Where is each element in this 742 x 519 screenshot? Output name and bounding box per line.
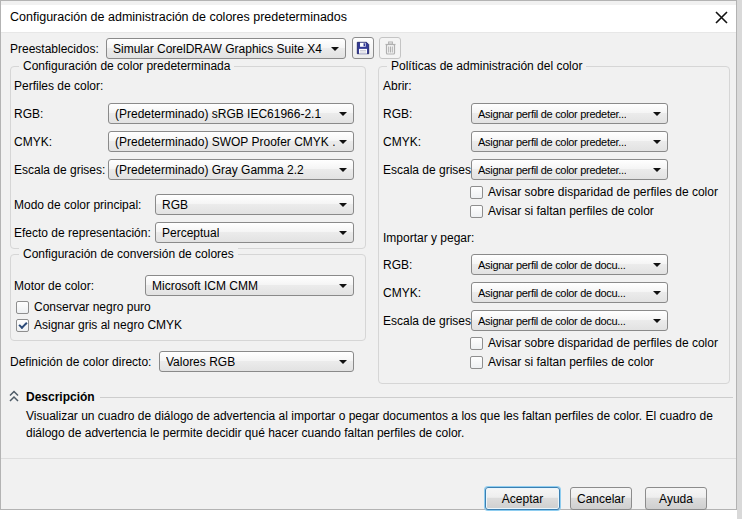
checkbox[interactable] (470, 337, 483, 350)
checkbox-label: Avisar sobre disparidad de perfiles de c… (488, 185, 718, 199)
open-section-label: Abrir: (383, 79, 412, 93)
open-rgb-policy-select[interactable]: Asignar perfil de color predeter... (471, 103, 668, 124)
import-cmyk-policy-select[interactable]: Asignar perfil de color de docu... (471, 282, 668, 303)
open-grayscale-label: Escala de grises: (383, 163, 474, 177)
spot-color-definition-select[interactable]: Valores RGB (159, 351, 354, 372)
triangle-down-icon (339, 231, 347, 235)
triangle-down-icon (653, 263, 661, 267)
delete-preset-button[interactable] (379, 37, 401, 59)
spot-color-definition-label: Definición de color directo: (10, 355, 151, 369)
checkbox[interactable] (470, 356, 483, 369)
description-text: Visualizar un cuadro de diálogo de adver… (26, 408, 714, 442)
group-legend: Configuración de color predeterminada (19, 59, 234, 73)
preserve-pure-black-checkbox[interactable]: Conservar negro puro (16, 300, 151, 314)
import-grayscale-policy-select[interactable]: Asignar perfil de color de docu... (471, 310, 668, 331)
color-profiles-label: Perfiles de color: (14, 79, 103, 93)
preset-label: Preestablecidos: (10, 42, 99, 56)
rendering-intent-label: Efecto de representación: (14, 226, 151, 240)
checkbox-label: Avisar sobre disparidad de perfiles de c… (488, 336, 718, 350)
cancel-button[interactable]: Cancelar (570, 487, 632, 510)
close-icon (715, 11, 728, 24)
open-grayscale-policy-select[interactable]: Asignar perfil de color predeter... (471, 159, 668, 180)
grayscale-profile-select[interactable]: (Predeterminado) Gray Gamma 2.2 (108, 159, 354, 180)
screen: Configuración de administración de color… (0, 0, 742, 519)
checkbox-label: Asignar gris al negro CMYK (34, 318, 182, 332)
rendering-intent-select[interactable]: Perceptual (155, 222, 354, 243)
checkbox-label: Avisar si faltan perfiles de color (488, 204, 654, 218)
preset-select[interactable]: Simular CorelDRAW Graphics Suite X4 (106, 38, 346, 59)
help-button[interactable]: Ayuda (645, 487, 707, 510)
group-legend: Configuración de conversión de colores (19, 247, 238, 261)
open-rgb-label: RGB: (383, 107, 412, 121)
checkbox-label: Avisar si faltan perfiles de color (488, 355, 654, 369)
triangle-down-icon (331, 47, 339, 51)
triangle-down-icon (339, 203, 347, 207)
triangle-down-icon (339, 360, 347, 364)
open-cmyk-label: CMYK: (383, 135, 421, 149)
dialog-title: Configuración de administración de color… (10, 10, 347, 24)
trash-icon (384, 41, 397, 55)
checkbox[interactable] (470, 186, 483, 199)
primary-color-mode-label: Modo de color principal: (14, 198, 141, 212)
rgb-label: RGB: (14, 107, 43, 121)
background-app-strip (737, 0, 742, 519)
triangle-down-icon (653, 140, 661, 144)
save-preset-button[interactable] (352, 37, 374, 59)
checkbox[interactable] (16, 301, 29, 314)
open-warn-mismatch-checkbox[interactable]: Avisar sobre disparidad de perfiles de c… (470, 185, 718, 199)
checkbox[interactable] (470, 205, 483, 218)
grayscale-label: Escala de grises: (14, 163, 105, 177)
import-warn-missing-checkbox[interactable]: Avisar si faltan perfiles de color (470, 355, 654, 369)
triangle-down-icon (339, 284, 347, 288)
floppy-disk-icon (356, 41, 370, 55)
rgb-profile-select[interactable]: (Predeterminado) sRGB IEC61966-2.1 (108, 103, 354, 124)
description-title: Descripción (26, 390, 95, 404)
footer-separator (1, 458, 736, 459)
checkbox-label: Conservar negro puro (34, 300, 151, 314)
import-paste-section-label: Importar y pegar: (383, 231, 474, 245)
import-rgb-label: RGB: (383, 258, 412, 272)
color-engine-label: Motor de color: (14, 279, 94, 293)
triangle-down-icon (653, 168, 661, 172)
triangle-down-icon (653, 291, 661, 295)
group-legend: Políticas de administración del color (387, 59, 586, 73)
accept-button[interactable]: Aceptar (485, 487, 560, 510)
primary-color-mode-select[interactable]: RGB (155, 194, 354, 215)
triangle-down-icon (339, 168, 347, 172)
triangle-down-icon (339, 140, 347, 144)
cmyk-label: CMYK: (14, 135, 52, 149)
checkbox[interactable] (16, 319, 29, 332)
triangle-down-icon (653, 112, 661, 116)
open-cmyk-policy-select[interactable]: Asignar perfil de color predeter... (471, 131, 668, 152)
import-cmyk-label: CMYK: (383, 286, 421, 300)
open-warn-missing-checkbox[interactable]: Avisar si faltan perfiles de color (470, 204, 654, 218)
close-button[interactable] (708, 6, 734, 28)
color-engine-select[interactable]: Microsoft ICM CMM (145, 275, 354, 296)
description-collapse-button[interactable] (8, 390, 20, 406)
import-grayscale-label: Escala de grises: (383, 314, 474, 328)
triangle-down-icon (653, 319, 661, 323)
import-rgb-policy-select[interactable]: Asignar perfil de color de docu... (471, 254, 668, 275)
map-gray-to-cmyk-black-checkbox[interactable]: Asignar gris al negro CMYK (16, 318, 182, 332)
cmyk-profile-select[interactable]: (Predeterminado) SWOP Proofer CMYK ... (108, 131, 354, 152)
triangle-down-icon (339, 112, 347, 116)
description-divider (100, 397, 733, 398)
import-warn-mismatch-checkbox[interactable]: Avisar sobre disparidad de perfiles de c… (470, 336, 718, 350)
chevron-double-up-icon (8, 390, 20, 403)
